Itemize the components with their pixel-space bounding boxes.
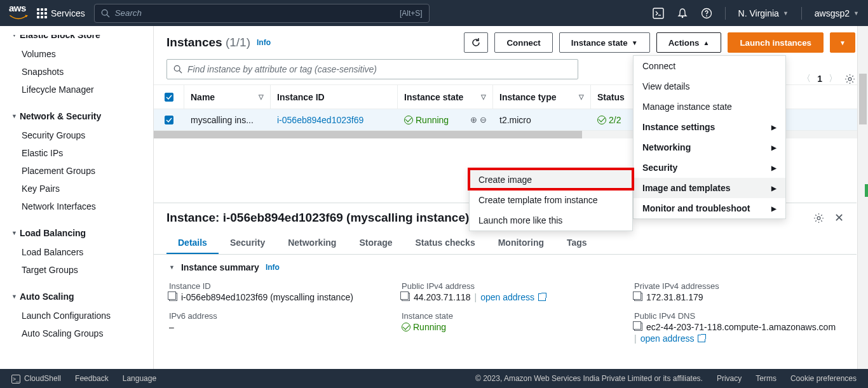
feedback-link[interactable]: Feedback bbox=[75, 374, 109, 383]
zoom-out-icon[interactable]: ⊖ bbox=[480, 115, 487, 124]
pager-prev[interactable]: 〈 bbox=[802, 73, 811, 84]
menu-monitor[interactable]: Monitor and troubleshoot▶ bbox=[634, 198, 785, 218]
caret-down-icon: ▼ bbox=[839, 39, 846, 46]
scrollbar-thumb[interactable] bbox=[154, 131, 582, 138]
copyright-text: © 2023, Amazon Web Services India Privat… bbox=[475, 374, 703, 383]
sidebar-item-eip[interactable]: Elastic IPs bbox=[0, 144, 153, 162]
sidebar-item-snapshots[interactable]: Snapshots bbox=[0, 63, 153, 81]
sidebar-group-label: Network & Security bbox=[20, 111, 101, 121]
scrollbar-thumb[interactable] bbox=[859, 74, 867, 124]
sidebar-item-asg[interactable]: Auto Scaling Groups bbox=[0, 324, 153, 342]
gear-icon[interactable] bbox=[844, 73, 855, 84]
sidebar-item-tg[interactable]: Target Groups bbox=[0, 261, 153, 279]
pager-next[interactable]: 〉 bbox=[829, 73, 837, 84]
caret-down-icon[interactable]: ▼ bbox=[169, 264, 175, 271]
tab-networking[interactable]: Networking bbox=[276, 232, 348, 254]
menu-image-templates[interactable]: Image and templates▶ bbox=[634, 178, 785, 198]
val-public-ipv4: 44.203.71.118 bbox=[414, 292, 471, 302]
tab-status-checks[interactable]: Status checks bbox=[404, 232, 487, 254]
tab-security[interactable]: Security bbox=[219, 232, 276, 254]
cloudshell-link[interactable]: >_CloudShell bbox=[11, 374, 61, 384]
launch-instances-button[interactable]: Launch instances bbox=[728, 32, 824, 53]
caret-down-icon: ▼ bbox=[632, 39, 638, 46]
filter-input[interactable] bbox=[187, 64, 571, 74]
sidebar-group-label: Elastic Block Store bbox=[20, 30, 100, 40]
sidebar-item-lc[interactable]: Launch Configurations bbox=[0, 307, 153, 324]
chevron-right-icon: ▶ bbox=[771, 144, 776, 151]
privacy-link[interactable]: Privacy bbox=[717, 374, 742, 383]
cloudshell-icon[interactable] bbox=[653, 8, 664, 19]
sidebar-item-eni[interactable]: Network Interfaces bbox=[0, 197, 153, 215]
zoom-in-icon[interactable]: ⊕ bbox=[470, 115, 477, 124]
submenu-launch-more[interactable]: Launch more like this bbox=[470, 210, 632, 231]
tab-tags[interactable]: Tags bbox=[555, 232, 599, 254]
select-all-checkbox[interactable] bbox=[165, 93, 173, 102]
open-address-link[interactable]: open address bbox=[641, 333, 695, 344]
sidebar-group-lb[interactable]: ▼Load Balancing bbox=[0, 223, 153, 243]
connect-button[interactable]: Connect bbox=[494, 32, 552, 53]
submenu-create-image[interactable]: Create image bbox=[470, 170, 632, 190]
terms-link[interactable]: Terms bbox=[756, 374, 776, 383]
account-selector[interactable]: awsgsp2▼ bbox=[815, 8, 859, 18]
cloudshell-icon: >_ bbox=[11, 375, 20, 384]
services-menu[interactable]: Services bbox=[37, 8, 85, 18]
cookie-link[interactable]: Cookie preferences bbox=[790, 374, 857, 383]
col-state[interactable]: Instance state▽ bbox=[398, 85, 493, 109]
actions-button[interactable]: Actions▲ bbox=[656, 32, 722, 53]
lbl-instance-id: Instance ID bbox=[169, 281, 376, 291]
copy-icon[interactable] bbox=[169, 293, 177, 301]
copy-icon[interactable] bbox=[634, 293, 642, 301]
sidebar-item-placement[interactable]: Placement Groups bbox=[0, 162, 153, 180]
copy-icon[interactable] bbox=[402, 293, 410, 301]
info-link[interactable]: Info bbox=[266, 263, 280, 272]
sidebar-item-keypairs[interactable]: Key Pairs bbox=[0, 180, 153, 197]
language-link[interactable]: Language bbox=[123, 374, 156, 383]
sidebar-item-volumes[interactable]: Volumes bbox=[0, 45, 153, 63]
sidebar-group-as[interactable]: ▼Auto Scaling bbox=[0, 286, 153, 307]
search-icon bbox=[101, 9, 110, 18]
menu-instance-settings[interactable]: Instance settings▶ bbox=[634, 117, 785, 137]
chevron-right-icon: ▶ bbox=[771, 124, 776, 131]
help-icon[interactable] bbox=[701, 8, 712, 19]
refresh-button[interactable] bbox=[464, 32, 488, 53]
sidebar-group-network[interactable]: ▼Network & Security bbox=[0, 106, 153, 126]
submenu-create-template[interactable]: Create template from instance bbox=[470, 190, 632, 210]
pager-current: 1 bbox=[817, 74, 822, 84]
col-type[interactable]: Instance type▽ bbox=[493, 85, 591, 109]
val-instance-id: i-056eb894ed1023f69 (myscalling instance… bbox=[181, 292, 353, 302]
menu-networking[interactable]: Networking▶ bbox=[634, 137, 785, 157]
menu-view-details[interactable]: View details bbox=[634, 76, 785, 97]
svg-point-9 bbox=[848, 77, 851, 81]
row-checkbox[interactable] bbox=[165, 116, 173, 124]
val-ipv6: – bbox=[169, 322, 376, 332]
close-icon[interactable]: ✕ bbox=[834, 211, 844, 225]
sidebar-group-label: Auto Scaling bbox=[20, 291, 74, 302]
menu-manage-state[interactable]: Manage instance state bbox=[634, 97, 785, 117]
sidebar-item-lb[interactable]: Load Balancers bbox=[0, 243, 153, 261]
region-selector[interactable]: N. Virginia▼ bbox=[738, 8, 789, 18]
copy-icon[interactable] bbox=[634, 323, 642, 331]
menu-connect[interactable]: Connect bbox=[634, 56, 785, 76]
launch-instances-caret[interactable]: ▼ bbox=[830, 32, 855, 53]
sidebar-group-ebs[interactable]: ▼Elastic Block Store bbox=[0, 26, 153, 45]
search-input[interactable] bbox=[115, 8, 400, 18]
sidebar-item-lifecycle[interactable]: Lifecycle Manager bbox=[0, 81, 153, 98]
col-id[interactable]: Instance ID bbox=[271, 85, 398, 109]
col-name[interactable]: Name▽ bbox=[184, 85, 271, 109]
notifications-icon[interactable] bbox=[677, 8, 688, 19]
info-link[interactable]: Info bbox=[257, 38, 271, 47]
sidebar-item-sg[interactable]: Security Groups bbox=[0, 126, 153, 144]
tab-storage[interactable]: Storage bbox=[348, 232, 403, 254]
tab-details[interactable]: Details bbox=[166, 232, 219, 254]
menu-security[interactable]: Security▶ bbox=[634, 157, 785, 178]
vertical-scrollbar[interactable] bbox=[857, 26, 868, 369]
gear-icon[interactable] bbox=[813, 212, 824, 224]
aws-logo[interactable]: aws bbox=[9, 3, 28, 23]
instance-state-button[interactable]: Instance state▼ bbox=[559, 32, 650, 53]
search-box[interactable]: [Alt+S] bbox=[94, 4, 430, 23]
tab-monitoring[interactable]: Monitoring bbox=[487, 232, 555, 254]
open-address-link[interactable]: open address bbox=[480, 292, 534, 302]
cell-instance-id[interactable]: i-056eb894ed1023f69 bbox=[277, 115, 363, 125]
caret-down-icon: ▼ bbox=[783, 10, 789, 17]
filter-box[interactable] bbox=[166, 59, 578, 79]
